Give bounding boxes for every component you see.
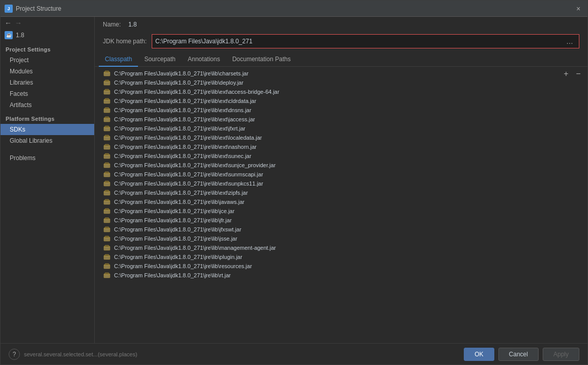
sidebar-item-artifacts[interactable]: Artifacts — [1, 99, 94, 111]
file-path-text: C:\Program Files\Java\jdk1.8.0_271\jre\l… — [114, 208, 235, 214]
file-list-item[interactable]: C:\Program Files\Java\jdk1.8.0_271\jre\l… — [95, 115, 587, 124]
file-list-item[interactable]: C:\Program Files\Java\jdk1.8.0_271\jre\l… — [95, 179, 587, 188]
platform-settings-header: Platform Settings — [1, 111, 94, 124]
svg-rect-40 — [105, 190, 109, 192]
file-list-item[interactable]: C:\Program Files\Java\jdk1.8.0_271\jre\l… — [95, 133, 587, 142]
jar-file-icon — [103, 189, 111, 196]
apply-button[interactable]: Apply — [543, 348, 579, 361]
sidebar-item-modules[interactable]: Modules — [1, 66, 94, 77]
svg-rect-10 — [105, 98, 109, 100]
file-path-text: C:\Program Files\Java\jdk1.8.0_271\jre\l… — [114, 190, 248, 196]
app-icon: J — [5, 5, 13, 13]
bottom-left: ? several.several.selected.set...(severa… — [9, 349, 464, 360]
file-list-item[interactable]: C:\Program Files\Java\jdk1.8.0_271\jre\l… — [95, 234, 587, 243]
cancel-button[interactable]: Cancel — [498, 348, 539, 361]
file-list-item[interactable]: C:\Program Files\Java\jdk1.8.0_271\jre\l… — [95, 69, 587, 78]
file-list-item[interactable]: C:\Program Files\Java\jdk1.8.0_271\jre\l… — [95, 225, 587, 234]
jar-file-icon — [103, 171, 111, 178]
jar-file-icon — [103, 70, 111, 77]
svg-rect-1 — [105, 71, 109, 72]
file-list-item[interactable]: C:\Program Files\Java\jdk1.8.0_271\jre\l… — [95, 170, 587, 179]
tab-documentation-paths[interactable]: Documentation Paths — [226, 53, 297, 67]
jar-file-icon — [103, 198, 111, 205]
sidebar-item-facets[interactable]: Facets — [1, 88, 94, 99]
help-button[interactable]: ? — [9, 349, 20, 360]
svg-rect-28 — [105, 153, 109, 155]
svg-rect-13 — [105, 108, 109, 109]
jdk-path-browse-button[interactable]: … — [564, 36, 576, 46]
status-text: several.several.selected.set...(several.… — [24, 351, 137, 357]
sidebar-item-problems[interactable]: Problems — [1, 152, 94, 164]
sidebar-item-libraries[interactable]: Libraries — [1, 77, 94, 88]
jdk-path-input[interactable] — [155, 38, 564, 45]
file-path-text: C:\Program Files\Java\jdk1.8.0_271\jre\l… — [114, 107, 251, 113]
file-path-text: C:\Program Files\Java\jdk1.8.0_271\jre\l… — [114, 89, 279, 95]
svg-rect-58 — [105, 245, 109, 247]
file-list-item[interactable]: C:\Program Files\Java\jdk1.8.0_271\jre\l… — [95, 243, 587, 252]
add-file-button[interactable]: + — [561, 69, 571, 79]
file-path-text: C:\Program Files\Java\jdk1.8.0_271\jre\l… — [114, 217, 232, 223]
jar-file-icon — [103, 253, 111, 260]
name-row: Name: 1.8 — [95, 17, 587, 32]
svg-rect-52 — [105, 227, 109, 228]
svg-rect-22 — [105, 135, 109, 137]
file-list-toolbar: + − — [561, 69, 583, 79]
jar-file-icon — [103, 134, 111, 141]
file-path-text: C:\Program Files\Java\jdk1.8.0_271\jre\l… — [114, 125, 245, 132]
svg-rect-49 — [105, 218, 109, 219]
file-path-text: C:\Program Files\Java\jdk1.8.0_271\jre\l… — [114, 116, 255, 122]
file-list-item[interactable]: C:\Program Files\Java\jdk1.8.0_271\jre\l… — [95, 78, 587, 87]
file-list-item[interactable]: C:\Program Files\Java\jdk1.8.0_271\jre\l… — [95, 106, 587, 115]
jar-file-icon — [103, 152, 111, 160]
file-list-item[interactable]: C:\Program Files\Java\jdk1.8.0_271\jre\l… — [95, 124, 587, 133]
sdk-icon: ☕ — [5, 31, 13, 39]
file-list-item[interactable]: C:\Program Files\Java\jdk1.8.0_271\jre\l… — [95, 142, 587, 151]
sidebar-item-global-libraries[interactable]: Global Libraries — [1, 135, 94, 146]
name-value: 1.8 — [128, 21, 137, 28]
file-list-item[interactable]: C:\Program Files\Java\jdk1.8.0_271\jre\l… — [95, 161, 587, 170]
sidebar-item-project[interactable]: Project — [1, 55, 94, 66]
tab-classpath[interactable]: Classpath — [99, 53, 138, 67]
file-list-item[interactable]: C:\Program Files\Java\jdk1.8.0_271\jre\l… — [95, 252, 587, 262]
nav-back-button[interactable]: ← — [5, 19, 12, 27]
jdk-path-label: JDK home path: — [103, 38, 147, 45]
svg-rect-19 — [105, 126, 109, 127]
ok-button[interactable]: OK — [464, 348, 494, 361]
file-path-text: C:\Program Files\Java\jdk1.8.0_271\jre\l… — [114, 171, 263, 177]
jar-file-icon — [103, 125, 111, 132]
file-list-item[interactable]: C:\Program Files\Java\jdk1.8.0_271\jre\l… — [95, 87, 587, 96]
jar-file-icon — [103, 88, 111, 95]
sdk-tree-item-18[interactable]: ☕ 1.8 — [1, 29, 94, 41]
file-list-item[interactable]: C:\Program Files\Java\jdk1.8.0_271\jre\l… — [95, 262, 587, 271]
jar-file-icon — [103, 244, 111, 251]
sidebar: ← → ☕ 1.8 Project Settings Project Modul… — [1, 17, 95, 343]
file-path-text: C:\Program Files\Java\jdk1.8.0_271\jre\l… — [114, 70, 248, 76]
file-list-item[interactable]: C:\Program Files\Java\jdk1.8.0_271\jre\l… — [95, 206, 587, 216]
file-path-text: C:\Program Files\Java\jdk1.8.0_271\jre\l… — [114, 80, 243, 86]
file-list-item[interactable]: C:\Program Files\Java\jdk1.8.0_271\jre\l… — [95, 151, 587, 161]
file-list-item[interactable]: C:\Program Files\Java\jdk1.8.0_271\jre\l… — [95, 96, 587, 106]
file-path-text: C:\Program Files\Java\jdk1.8.0_271\jre\l… — [114, 226, 241, 232]
jar-file-icon — [103, 217, 111, 224]
file-path-text: C:\Program Files\Java\jdk1.8.0_271\jre\l… — [114, 98, 256, 104]
file-list-item[interactable]: C:\Program Files\Java\jdk1.8.0_271\jre\l… — [95, 271, 587, 280]
file-list-item[interactable]: C:\Program Files\Java\jdk1.8.0_271\jre\l… — [95, 197, 587, 206]
file-list-area: + − C:\Program Files\Java\jdk1.8.0_271\j… — [95, 67, 587, 343]
tab-sourcepath[interactable]: Sourcepath — [138, 53, 181, 67]
file-list-item[interactable]: C:\Program Files\Java\jdk1.8.0_271\jre\l… — [95, 216, 587, 225]
name-label: Name: — [103, 21, 123, 28]
nav-forward-button[interactable]: → — [15, 19, 22, 27]
sidebar-item-sdks[interactable]: SDKs — [1, 124, 94, 135]
file-path-text: C:\Program Files\Java\jdk1.8.0_271\jre\l… — [114, 144, 257, 150]
right-panel: Name: 1.8 JDK home path: … Classpath Sou… — [95, 17, 587, 343]
jdk-path-input-wrapper: … — [152, 34, 579, 48]
file-path-text: C:\Program Files\Java\jdk1.8.0_271\jre\l… — [114, 236, 237, 242]
remove-file-button[interactable]: − — [573, 69, 583, 79]
tab-annotations[interactable]: Annotations — [182, 53, 226, 67]
svg-rect-61 — [105, 254, 109, 256]
sdk-tree-label: 1.8 — [16, 32, 24, 39]
file-list-item[interactable]: C:\Program Files\Java\jdk1.8.0_271\jre\l… — [95, 188, 587, 197]
svg-rect-34 — [105, 172, 109, 173]
close-button[interactable]: × — [573, 4, 583, 14]
title-bar: J Project Structure × — [1, 1, 587, 17]
